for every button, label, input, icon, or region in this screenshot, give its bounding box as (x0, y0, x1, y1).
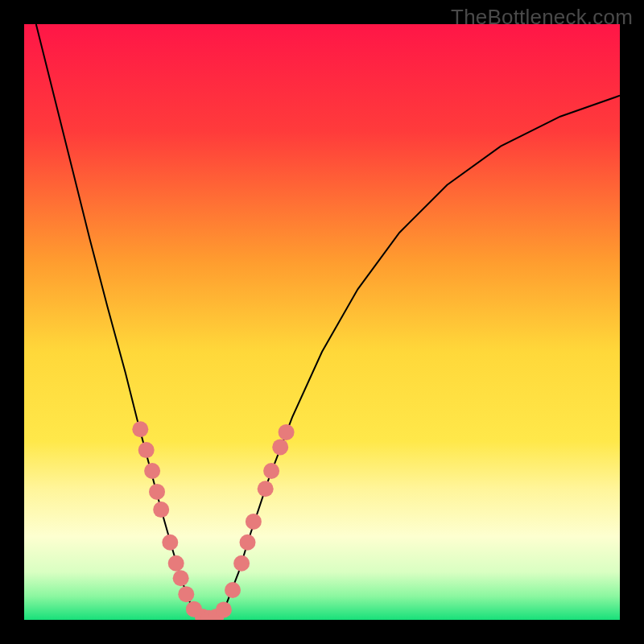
curve-marker (162, 535, 178, 551)
curve-marker (132, 421, 148, 437)
curve-marker (149, 484, 165, 500)
chart-frame: TheBottleneck.com (0, 0, 644, 644)
watermark-text: TheBottleneck.com (451, 5, 633, 30)
curve-marker (144, 463, 160, 479)
curve-marker (225, 582, 241, 598)
curve-marker (263, 463, 279, 479)
curve-marker (240, 535, 256, 551)
curve-marker (233, 555, 250, 572)
curve-marker (168, 555, 184, 572)
curve-marker (272, 439, 288, 455)
curve-marker (153, 502, 169, 518)
plot-background-gradient (24, 24, 620, 620)
curve-marker (173, 570, 189, 586)
curve-marker (279, 424, 295, 440)
curve-marker (258, 481, 274, 497)
curve-marker (216, 601, 232, 617)
curve-marker (246, 514, 262, 530)
curve-marker (178, 586, 194, 602)
bottleneck-chart (0, 0, 644, 644)
curve-marker (138, 442, 155, 458)
